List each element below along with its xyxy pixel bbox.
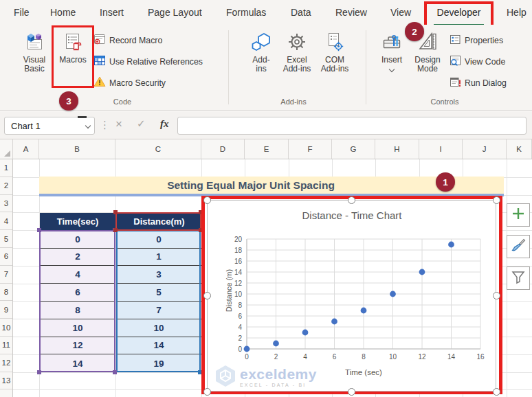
- column-header-I[interactable]: I: [419, 139, 463, 159]
- record-macro-button[interactable]: Record Macro: [93, 33, 162, 48]
- row-header-7[interactable]: 7: [0, 266, 12, 284]
- group-separator: [228, 30, 229, 104]
- cancel-icon[interactable]: ×: [115, 117, 122, 131]
- tab-home[interactable]: Home: [50, 0, 76, 25]
- insert-control-button[interactable]: Insert: [375, 30, 408, 89]
- insert-function-button[interactable]: fx: [160, 118, 169, 130]
- row-header-2[interactable]: 2: [0, 177, 12, 195]
- run-dialog-button[interactable]: Run Dialog: [450, 76, 507, 91]
- selection-handle[interactable]: [113, 228, 118, 232]
- tab-formulas[interactable]: Formulas: [226, 0, 266, 25]
- chart-object[interactable]: Distance - Time Chart 024681012141618200…: [207, 200, 496, 392]
- data-point[interactable]: [273, 341, 279, 347]
- chart-resize-handle[interactable]: [203, 388, 211, 396]
- annotation-badge-3: 3: [59, 91, 78, 111]
- name-box-value: Chart 1: [5, 121, 82, 131]
- chart-resize-handle[interactable]: [348, 388, 355, 396]
- data-point[interactable]: [419, 269, 425, 275]
- chart-styles-button[interactable]: [507, 235, 530, 258]
- tab-view[interactable]: View: [390, 0, 411, 25]
- chart-resize-handle[interactable]: [493, 388, 500, 396]
- row-header-10[interactable]: 10: [0, 319, 12, 337]
- column-header-F[interactable]: F: [289, 139, 332, 159]
- paintbrush-icon: [511, 238, 526, 256]
- record-macro-icon: [93, 33, 106, 48]
- y-tick-label: 18: [234, 247, 243, 254]
- properties-button[interactable]: Properties: [450, 33, 503, 48]
- tab-help[interactable]: Help: [507, 0, 527, 25]
- x-tick-label: 14: [447, 353, 456, 361]
- name-box-resize-handle[interactable]: [78, 116, 87, 118]
- column-header-H[interactable]: H: [375, 139, 419, 159]
- tab-file[interactable]: File: [14, 0, 30, 25]
- macro-security-label: Macro Security: [109, 78, 166, 88]
- data-point[interactable]: [390, 291, 396, 297]
- macro-security-button[interactable]: Macro Security: [93, 76, 166, 91]
- row-header-9[interactable]: 9: [0, 301, 12, 319]
- chart-resize-handle[interactable]: [493, 292, 500, 299]
- data-point[interactable]: [361, 308, 367, 314]
- add-ins-button[interactable]: Add- ins: [244, 30, 278, 89]
- row-header-5[interactable]: 5: [0, 230, 12, 248]
- use-relative-references-button[interactable]: Use Relative References: [93, 54, 203, 69]
- formula-input[interactable]: [177, 117, 527, 135]
- chart-resize-handle[interactable]: [203, 196, 211, 204]
- data-point[interactable]: [448, 242, 454, 248]
- properties-label: Properties: [465, 36, 503, 45]
- excel-add-ins-gear-icon: [287, 30, 307, 54]
- enter-icon[interactable]: ✓: [137, 117, 146, 130]
- data-point[interactable]: [331, 319, 337, 325]
- x-axis-title[interactable]: Time (sec): [322, 368, 405, 376]
- column-header-K[interactable]: K: [507, 139, 532, 159]
- table-header-time[interactable]: Time(sec): [40, 213, 115, 230]
- formula-bar-separator-icon: ⋮: [100, 119, 110, 131]
- column-header-J[interactable]: J: [463, 139, 507, 159]
- tab-data[interactable]: Data: [291, 0, 311, 25]
- row-header-12[interactable]: 12: [0, 354, 12, 372]
- tab-page-layout[interactable]: Page Layout: [148, 0, 202, 25]
- row-header-1[interactable]: 1: [0, 159, 12, 177]
- excel-add-ins-button[interactable]: Excel Add-ins: [279, 30, 315, 89]
- banner-title: Setting Equal Major Unit Spacing: [39, 177, 463, 194]
- tab-review[interactable]: Review: [335, 0, 367, 25]
- com-add-ins-button[interactable]: COM Add-ins: [317, 30, 353, 89]
- tab-insert[interactable]: Insert: [100, 0, 124, 25]
- insert-dropdown-chevron-icon[interactable]: [390, 67, 395, 72]
- chart-elements-button[interactable]: [507, 203, 530, 227]
- y-tick-label: 16: [234, 258, 243, 265]
- column-header-G[interactable]: G: [332, 139, 375, 159]
- row-header-13[interactable]: 13: [0, 372, 12, 390]
- selection-handle[interactable]: [113, 210, 118, 214]
- chart-filters-button[interactable]: [507, 266, 530, 290]
- row-header-8[interactable]: 8: [0, 284, 12, 302]
- column-header-A[interactable]: A: [13, 139, 39, 159]
- chart-resize-handle[interactable]: [493, 196, 500, 204]
- name-box-chevron-icon[interactable]: [82, 117, 94, 134]
- row-header-6[interactable]: 6: [0, 248, 12, 266]
- name-box[interactable]: Chart 1: [4, 117, 95, 135]
- data-point[interactable]: [302, 330, 309, 336]
- column-header-D[interactable]: D: [201, 139, 245, 159]
- formula-bar: Chart 1 ⋮ × ✓ fx: [0, 111, 532, 139]
- x-tick-label: 10: [389, 353, 397, 361]
- column-header-B[interactable]: B: [39, 139, 115, 159]
- view-code-button[interactable]: View Code: [450, 54, 505, 69]
- add-ins-group-label: Add-ins: [259, 98, 328, 106]
- column-header-E[interactable]: E: [245, 139, 289, 159]
- funnel-icon: [511, 269, 526, 287]
- selection-handle[interactable]: [37, 228, 41, 232]
- row-header-4[interactable]: 4: [0, 212, 12, 230]
- select-all-corner[interactable]: [0, 139, 13, 159]
- row-header-3[interactable]: 3: [0, 195, 12, 213]
- selection-handle[interactable]: [113, 370, 117, 374]
- chart-resize-handle[interactable]: [203, 292, 211, 299]
- selection-handle[interactable]: [37, 370, 41, 374]
- visual-basic-button[interactable]: Visual Basic: [18, 30, 51, 89]
- data-point[interactable]: [244, 346, 250, 352]
- visual-basic-icon: [24, 30, 45, 54]
- y-axis-title[interactable]: Distance (m): [225, 253, 233, 328]
- column-header-C[interactable]: C: [115, 139, 201, 159]
- chart-resize-handle[interactable]: [348, 196, 355, 204]
- y-range-selection: [116, 230, 201, 372]
- row-header-11[interactable]: 11: [0, 337, 12, 354]
